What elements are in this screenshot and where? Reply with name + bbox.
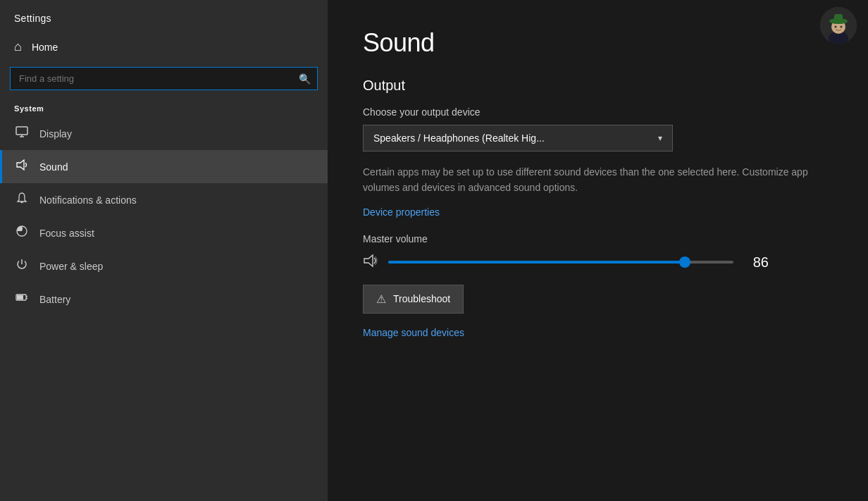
notifications-icon <box>14 191 30 209</box>
troubleshoot-label: Troubleshoot <box>393 293 450 304</box>
sidebar-item-notifications[interactable]: Notifications & actions <box>0 183 328 216</box>
output-device-value: Speakers / Headphones (Realtek Hig... <box>373 132 545 144</box>
output-section-title: Output <box>363 78 833 94</box>
warning-icon: ⚠ <box>376 292 386 306</box>
sidebar-home-label: Home <box>32 42 58 53</box>
sidebar-item-power[interactable]: Power & sleep <box>0 249 328 283</box>
svg-marker-16 <box>364 255 373 266</box>
app-title: Settings <box>0 0 328 32</box>
avatar-area <box>820 7 857 44</box>
sidebar-item-power-label: Power & sleep <box>39 261 103 272</box>
output-device-dropdown[interactable]: Speakers / Headphones (Realtek Hig... ▾ <box>363 125 673 151</box>
svg-marker-3 <box>17 160 24 170</box>
display-icon <box>14 125 30 142</box>
svg-rect-5 <box>17 295 23 299</box>
volume-speaker-icon <box>363 253 378 272</box>
device-properties-link[interactable]: Device properties <box>363 206 440 218</box>
home-icon: ⌂ <box>14 39 22 54</box>
slider-fill <box>388 261 685 264</box>
power-icon <box>14 257 30 275</box>
battery-icon <box>14 290 30 308</box>
main-content: Sound Output Choose your output device S… <box>328 0 868 501</box>
svg-point-13 <box>829 18 848 24</box>
avatar <box>820 7 857 44</box>
sidebar-item-display-label: Display <box>39 128 72 140</box>
page-title: Sound <box>363 28 833 58</box>
manage-sound-devices-link[interactable]: Manage sound devices <box>363 327 464 338</box>
sidebar-home-item[interactable]: ⌂ Home <box>0 32 328 61</box>
sidebar: Settings ⌂ Home 🔍 System Display Sound <box>0 0 328 501</box>
sidebar-item-display[interactable]: Display <box>0 117 328 150</box>
troubleshoot-button[interactable]: ⚠ Troubleshoot <box>363 285 464 314</box>
slider-thumb[interactable] <box>679 256 690 268</box>
choose-device-label: Choose your output device <box>363 106 833 118</box>
system-section-label: System <box>0 99 328 117</box>
sidebar-item-battery-label: Battery <box>39 294 70 305</box>
chevron-down-icon: ▾ <box>658 133 662 143</box>
volume-value: 86 <box>743 254 769 271</box>
svg-point-14 <box>835 26 837 28</box>
svg-point-15 <box>841 26 843 28</box>
sound-icon <box>14 158 30 175</box>
sidebar-item-battery[interactable]: Battery <box>0 283 328 316</box>
volume-slider[interactable] <box>388 261 733 264</box>
search-container: 🔍 <box>10 67 318 90</box>
sidebar-item-sound[interactable]: Sound <box>0 150 328 183</box>
focus-icon <box>14 224 30 242</box>
master-volume-label: Master volume <box>363 233 833 245</box>
volume-row: 86 <box>363 253 833 272</box>
output-info-text: Certain apps may be set up to use differ… <box>363 164 833 196</box>
sidebar-item-focus-label: Focus assist <box>39 228 94 239</box>
sidebar-item-sound-label: Sound <box>39 161 68 173</box>
svg-rect-0 <box>16 127 27 135</box>
sidebar-item-notifications-label: Notifications & actions <box>39 194 137 206</box>
search-input[interactable] <box>10 67 318 90</box>
sidebar-item-focus[interactable]: Focus assist <box>0 216 328 249</box>
